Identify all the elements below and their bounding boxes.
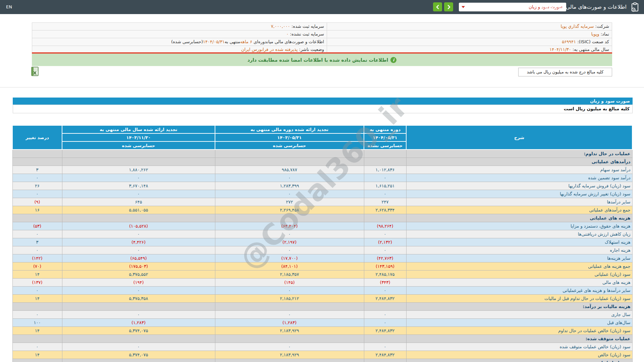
prior-period-cell: [215, 158, 364, 166]
table-row: سایر درآمدها و هزینه های غیرعملیاتی۰۰۰۰: [12, 286, 632, 294]
prior-year-cell: ۵,۵۵۱,۰۵۵: [62, 206, 215, 214]
prev-button[interactable]: [433, 2, 442, 11]
row-label-cell: هزینه های مالی: [406, 278, 632, 286]
info-icon: i: [390, 57, 396, 63]
percent-change-cell: ۰: [12, 286, 62, 294]
table-row: سال‌های قبل۰(۱,۲۸۳)(۱,۲۸۳)۱۰۰: [12, 318, 632, 326]
row-label-cell: هزینه های عملیاتی: [406, 214, 632, 222]
percent-change-cell: ۱۴: [12, 270, 62, 278]
current-period-cell: (۱۴۳,۱۵۹): [364, 262, 406, 270]
table-row: سود (زیان) عملیات در حال تداوم قبل از ما…: [12, 294, 632, 302]
percent-change-cell: (۱۴۲): [12, 254, 62, 262]
info-label: کد صنعت (ISIC):: [577, 39, 609, 44]
prior-period-cell: ۰: [215, 246, 364, 254]
percent-change-cell: ۰: [12, 174, 62, 182]
prior-year-cell: (۱۷۵,۵۰۳): [62, 262, 215, 270]
header-prior-year: تجدید ارائه شده سال مالی منتهی به: [62, 125, 215, 133]
prior-period-cell: ۲۷۲: [215, 198, 364, 206]
percent-change-cell: ۰: [12, 230, 62, 238]
prior-year-cell: ۰: [62, 230, 215, 238]
prior-year-cell: ۳,۶۷۰,۱۴۸: [62, 182, 215, 190]
row-label-cell: هزینه مالیات بر درآمد:: [406, 302, 632, 310]
row-label-cell: درآمدهای عملیاتی: [406, 158, 632, 166]
percent-change-cell: ۲۶: [12, 182, 62, 190]
row-label-cell: سود (زیان) خالص: [406, 351, 632, 359]
row-label-cell: جمع هزینه های عملیاتی: [406, 262, 632, 270]
row-label-cell: سود (زیان) خالص عملیات متوقف شده: [406, 343, 632, 351]
percent-change-cell: ۱۶: [12, 206, 62, 214]
company-info-cell: نماد: وپویا: [327, 31, 612, 38]
prior-year-cell: ۰: [62, 174, 215, 182]
prior-year-cell: ۵,۳۷۴,۰۷۵: [62, 351, 215, 359]
percent-change-cell: ۳: [12, 166, 62, 174]
row-label-cell: سایر درآمدها: [406, 198, 632, 206]
table-row: جمع درآمدهای عملیاتی۲,۶۲۸,۳۳۴۲,۲۶۹,۴۵۸۵,…: [12, 206, 632, 214]
prior-period-cell: ۲,۱۸۵,۳۵۷: [215, 270, 364, 278]
header-prior-period: تجدید ارائه شده دوره مالی منتهی به: [215, 125, 364, 133]
prior-period-cell: (۸۴,۱۰۱): [215, 262, 364, 270]
percent-change-cell: ۰: [12, 310, 62, 318]
info-text-part: ‌منتهی به: [225, 39, 240, 44]
info-label: سرمایه ثبت نشده:: [290, 32, 324, 37]
excel-export-icon[interactable]: [30, 66, 40, 77]
table-row: سایر هزینه‌ها(۴۲,۷۶۳)(۱۷,۷۰۰)(۶۵,۵۴۹)(۱۴…: [12, 254, 632, 262]
current-period-cell: [364, 335, 406, 343]
table-row: هزینه اجاره۰۰۰۰: [12, 246, 632, 254]
prior-period-cell: ۰: [215, 343, 364, 351]
info-row: نماد: وپویاسرمایه ثبت نشده: ۰: [32, 31, 612, 38]
row-label-cell: عملیات در حال تداوم:: [406, 149, 632, 158]
header-current-period-audit: حسابرسی نشده: [364, 141, 406, 149]
prior-year-cell: [62, 158, 215, 166]
banner-text: اطلاعات نمایش داده شده با اطلاعات امضا ش…: [248, 57, 388, 63]
prior-period-cell: [215, 335, 364, 343]
info-value: ۷,۰۰۰,۰۰۰: [271, 24, 290, 29]
current-period-cell: ۰: [364, 286, 406, 294]
current-period-cell: ۲,۴۸۴,۸۳۲: [364, 326, 406, 335]
table-header: شرح دوره منتهی به تجدید ارائه شده دوره م…: [12, 125, 632, 149]
table-row: هزینه های عملیاتی: [12, 214, 632, 222]
percent-change-cell: [12, 149, 62, 158]
current-period-cell: [364, 214, 406, 222]
info-text-part: ۶ ماهه: [240, 39, 252, 44]
current-period-cell: (۳۴۳): [364, 278, 406, 286]
header-prior-year-date: ۱۴۰۳/۱۱/۳۰: [62, 133, 215, 141]
row-label-cell: سال جاری: [406, 310, 632, 318]
chevron-left-icon: [435, 5, 440, 9]
row-label-cell: سود (زیان) عملیات در حال تداوم قبل از ما…: [406, 294, 632, 302]
current-period-cell: ۰: [364, 318, 406, 326]
prior-year-cell: ۶۴۵: [62, 198, 215, 206]
percent-change-cell: (۷۰): [12, 262, 62, 270]
percent-change-cell: [12, 359, 62, 362]
info-text-part: ۱۴۰۴/۰۵/۳۱: [203, 39, 225, 44]
current-period-cell: ۲,۴۸۴,۸۳۲: [364, 351, 406, 359]
row-label-cell: سود (زیان) پایه هر سهم: [406, 359, 632, 362]
table-row: سود (زیان) عملیاتی۲,۴۸۵,۱۷۵۲,۱۸۵,۳۵۷۵,۳۷…: [12, 270, 632, 278]
table-row: عملیات در حال تداوم:: [12, 149, 632, 158]
percent-change-cell: ۱۴: [12, 326, 62, 335]
language-link[interactable]: EN: [6, 0, 12, 14]
info-text-part: اطلاعات و صورت‌های مالی میاندوره‌ای: [252, 39, 324, 44]
percent-change-cell: [12, 158, 62, 166]
info-label: نماد:: [601, 32, 609, 37]
prior-year-cell: (۶۵,۵۴۹): [62, 254, 215, 262]
percent-change-cell: (۹): [12, 198, 62, 206]
current-period-cell: [364, 359, 406, 362]
prior-period-cell: ۲,۱۸۵,۲۱۲: [215, 294, 364, 302]
next-button[interactable]: [444, 2, 453, 11]
info-value: سرمایه گذاري پویا: [561, 24, 594, 29]
topbar: EN صورت سود و زیان اطلاعات و صورت‌های ما…: [0, 0, 644, 14]
percent-change-cell: [12, 214, 62, 222]
percent-change-cell: ۱۰۰: [12, 318, 62, 326]
prior-period-cell: ۲,۱۸۳,۹۲۹: [215, 326, 364, 335]
current-period-cell: ۲۴۷: [364, 198, 406, 206]
current-period-cell: [364, 149, 406, 158]
prior-period-cell: (۱۴۵): [215, 278, 364, 286]
header-prior-period-audit: حسابرسی شده: [215, 141, 364, 149]
info-value: ۰: [286, 32, 288, 37]
prior-period-cell: ۰: [215, 174, 364, 182]
info-text-part: (حسابرسی شده): [171, 39, 203, 44]
prior-period-cell: [215, 302, 364, 310]
prior-year-cell: ۰: [62, 246, 215, 254]
current-period-cell: [364, 302, 406, 310]
percent-change-cell: [12, 335, 62, 343]
